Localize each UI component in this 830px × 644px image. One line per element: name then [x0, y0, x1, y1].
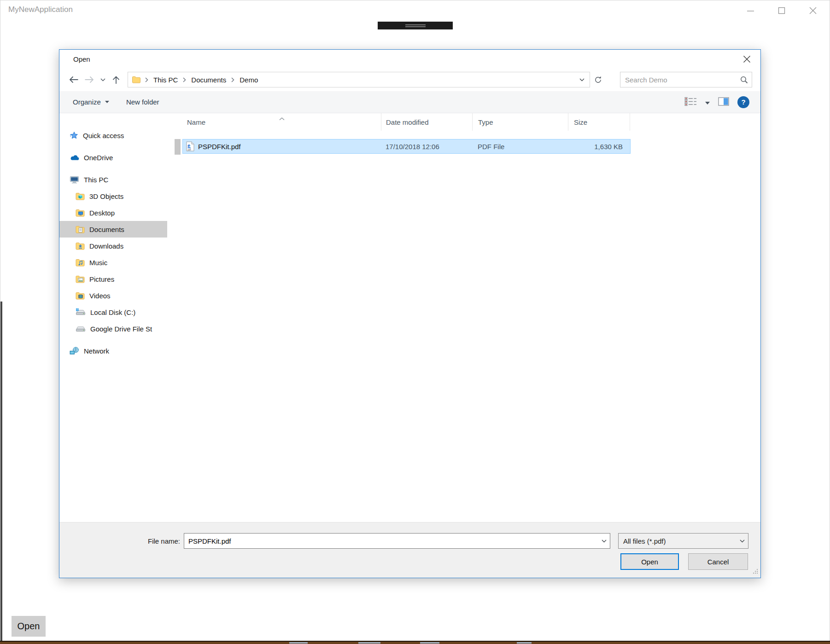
caret-down-icon: [105, 101, 109, 103]
search-box: [620, 72, 752, 87]
column-header-type[interactable]: Type: [473, 113, 568, 131]
sidebar-item-label: Pictures: [89, 275, 114, 283]
dialog-close-button[interactable]: [740, 52, 753, 65]
maximize-icon: [778, 7, 785, 14]
bottom-bar-artifact: [517, 642, 532, 644]
breadcrumb-documents[interactable]: Documents: [190, 75, 227, 85]
column-header-date-modified[interactable]: Date modified: [381, 113, 473, 131]
toolbar-handle[interactable]: [378, 22, 453, 29]
column-header-size[interactable]: Size: [568, 113, 630, 131]
sidebar-item-label: Quick access: [83, 132, 124, 139]
breadcrumb-this-pc[interactable]: This PC: [152, 75, 179, 85]
file-type-dropdown-button[interactable]: [736, 534, 748, 548]
bottom-edge-bar: [0, 641, 830, 644]
sidebar-item-network[interactable]: Network: [59, 342, 167, 359]
google-drive-icon: [76, 325, 86, 332]
search-icon[interactable]: [740, 76, 748, 84]
new-folder-button[interactable]: New folder: [126, 98, 159, 106]
refresh-button[interactable]: [591, 73, 604, 86]
back-arrow-icon: [69, 76, 79, 83]
sidebar-item-music[interactable]: Music: [59, 254, 167, 271]
file-name-dropdown-button[interactable]: [598, 534, 610, 548]
chevron-down-icon: [705, 102, 710, 104]
organize-label: Organize: [73, 98, 101, 106]
svg-text:pdf: pdf: [187, 148, 191, 151]
help-button[interactable]: ?: [737, 96, 749, 108]
address-dropdown-button[interactable]: [577, 78, 587, 81]
preview-pane-button[interactable]: [718, 97, 729, 107]
sidebar-item-label: 3D Objects: [89, 192, 123, 200]
chevron-down-icon: [602, 540, 607, 543]
new-folder-label: New folder: [126, 98, 159, 106]
file-date-cell: 17/10/2018 12:06: [381, 143, 472, 151]
navigation-bar: This PC Documents Demo: [59, 68, 760, 91]
navigation-pane: Quick access OneDrive This PC: [59, 113, 182, 522]
sidebar-item-quick-access[interactable]: Quick access: [59, 127, 167, 144]
sidebar-item-label: OneDrive: [84, 154, 113, 162]
sidebar-item-documents[interactable]: Documents: [59, 221, 167, 238]
command-bar: Organize New folder: [59, 91, 760, 113]
file-type-cell: PDF File: [472, 143, 568, 151]
folder-documents-icon: [76, 226, 85, 233]
forward-button[interactable]: [82, 72, 97, 87]
sidebar-item-3d-objects[interactable]: 3D Objects: [59, 188, 167, 204]
sidebar-item-videos[interactable]: Videos: [59, 287, 167, 304]
file-name-cell: e pdf PSPDFKit.pdf: [183, 141, 381, 151]
sidebar-item-label: Documents: [89, 226, 124, 233]
pdf-file-icon: e pdf: [186, 141, 194, 151]
file-row-pspdfkit[interactable]: e pdf PSPDFKit.pdf 17/10/2018 12:06 PDF …: [182, 139, 631, 154]
app-title: MyNewApplication: [8, 5, 73, 14]
sidebar-item-this-pc[interactable]: This PC: [59, 171, 167, 188]
resize-grip[interactable]: [752, 568, 758, 575]
search-input[interactable]: [625, 76, 740, 84]
sidebar-item-downloads[interactable]: Downloads: [59, 238, 167, 254]
minimize-button[interactable]: [745, 6, 755, 16]
sidebar-item-label: Desktop: [89, 209, 115, 217]
organize-button[interactable]: Organize: [73, 98, 109, 106]
sidebar-item-label: Google Drive File St: [90, 325, 152, 333]
minimize-icon: [747, 7, 754, 15]
sidebar-item-google-drive[interactable]: Google Drive File St: [59, 320, 167, 337]
refresh-icon: [594, 76, 602, 84]
sidebar-scrollbar-thumb[interactable]: [175, 139, 181, 155]
file-type-select[interactable]: All files (*.pdf): [618, 533, 748, 549]
folder-videos-icon: [76, 292, 85, 300]
sidebar-item-pictures[interactable]: Pictures: [59, 271, 167, 287]
dialog-open-button[interactable]: Open: [620, 553, 679, 570]
view-options-dropdown[interactable]: [705, 98, 710, 106]
sidebar-item-label: This PC: [84, 176, 108, 184]
bottom-bar-artifact: [289, 642, 308, 644]
breadcrumb: This PC Documents Demo: [132, 75, 259, 85]
recent-locations-button[interactable]: [97, 72, 108, 87]
file-name-input[interactable]: [184, 537, 598, 545]
app-open-button[interactable]: Open: [12, 616, 46, 637]
resize-grip-icon: [752, 568, 758, 574]
sidebar-item-onedrive[interactable]: OneDrive: [59, 149, 167, 166]
file-name-label: File name:: [133, 537, 180, 545]
close-button[interactable]: [808, 6, 818, 16]
folder-pictures-icon: [76, 275, 85, 283]
quick-access-icon: [70, 131, 78, 140]
folder-icon: [132, 76, 141, 83]
dialog-cancel-button[interactable]: Cancel: [688, 553, 748, 570]
sidebar-item-label: Downloads: [89, 242, 123, 250]
network-icon: [70, 347, 79, 355]
address-bar[interactable]: This PC Documents Demo: [128, 72, 590, 87]
svg-text:e: e: [187, 143, 190, 148]
help-icon: ?: [741, 98, 745, 106]
preview-pane-icon: [718, 97, 729, 106]
up-button[interactable]: [108, 72, 124, 87]
back-button[interactable]: [66, 72, 82, 87]
breadcrumb-demo[interactable]: Demo: [239, 75, 259, 85]
open-file-dialog: Open This PC: [59, 49, 761, 578]
sidebar-item-label: Network: [84, 347, 109, 355]
folder-desktop-icon: [76, 209, 85, 217]
sidebar-item-label: Local Disk (C:): [90, 308, 135, 316]
maximize-button[interactable]: [777, 6, 787, 16]
sidebar-item-label: Videos: [89, 292, 111, 300]
forward-arrow-icon: [84, 76, 94, 83]
sidebar-item-desktop[interactable]: Desktop: [59, 204, 167, 221]
file-type-value: All files (*.pdf): [619, 537, 736, 545]
sidebar-item-local-disk-c[interactable]: Local Disk (C:): [59, 304, 167, 320]
view-details-button[interactable]: [684, 97, 697, 107]
